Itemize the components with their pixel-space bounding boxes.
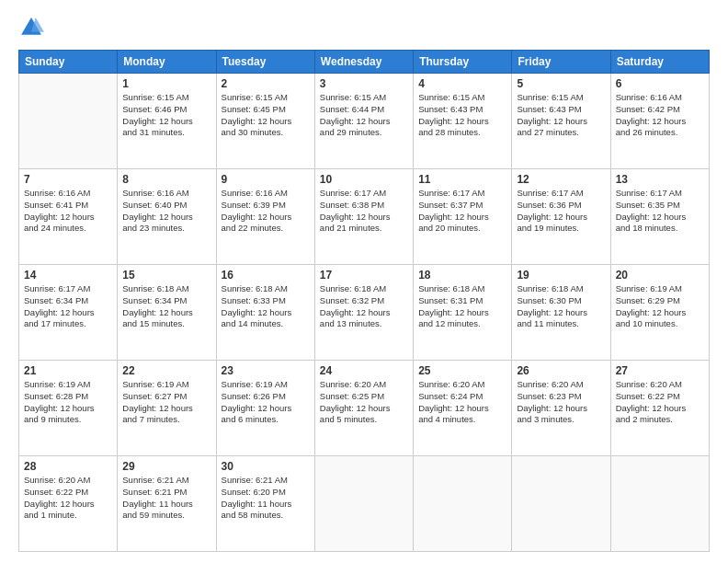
day-info: Sunrise: 6:17 AM Sunset: 6:37 PM Dayligh… [418,188,506,235]
day-number: 12 [517,173,605,186]
weekday-header-wednesday: Wednesday [314,51,413,74]
calendar-cell: 2Sunrise: 6:15 AM Sunset: 6:45 PM Daylig… [216,74,314,169]
calendar-cell [314,456,413,552]
day-number: 27 [616,364,704,377]
calendar-cell: 22Sunrise: 6:19 AM Sunset: 6:27 PM Dayli… [118,361,216,456]
calendar-cell: 25Sunrise: 6:20 AM Sunset: 6:24 PM Dayli… [414,361,512,456]
day-number: 11 [418,173,506,186]
weekday-header-friday: Friday [512,51,610,74]
day-number: 4 [418,77,506,90]
calendar-cell: 3Sunrise: 6:15 AM Sunset: 6:44 PM Daylig… [314,74,413,169]
calendar-week-5: 28Sunrise: 6:20 AM Sunset: 6:22 PM Dayli… [19,456,710,552]
calendar-cell: 23Sunrise: 6:19 AM Sunset: 6:26 PM Dayli… [216,361,314,456]
calendar-cell: 29Sunrise: 6:21 AM Sunset: 6:21 PM Dayli… [118,456,216,552]
day-info: Sunrise: 6:21 AM Sunset: 6:21 PM Dayligh… [122,475,210,522]
day-number: 6 [616,77,704,90]
calendar-week-4: 21Sunrise: 6:19 AM Sunset: 6:28 PM Dayli… [19,361,710,456]
calendar-cell: 20Sunrise: 6:19 AM Sunset: 6:29 PM Dayli… [610,265,709,361]
day-number: 26 [517,364,605,377]
day-info: Sunrise: 6:18 AM Sunset: 6:34 PM Dayligh… [122,283,210,330]
day-info: Sunrise: 6:17 AM Sunset: 6:35 PM Dayligh… [616,188,704,235]
day-info: Sunrise: 6:15 AM Sunset: 6:44 PM Dayligh… [320,92,408,139]
calendar-cell: 28Sunrise: 6:20 AM Sunset: 6:22 PM Dayli… [19,456,118,552]
day-number: 23 [222,364,310,377]
day-info: Sunrise: 6:21 AM Sunset: 6:20 PM Dayligh… [222,475,310,522]
day-number: 1 [122,77,210,90]
day-info: Sunrise: 6:15 AM Sunset: 6:46 PM Dayligh… [122,92,210,139]
calendar-cell: 19Sunrise: 6:18 AM Sunset: 6:30 PM Dayli… [512,265,610,361]
day-info: Sunrise: 6:20 AM Sunset: 6:24 PM Dayligh… [418,379,506,426]
day-info: Sunrise: 6:20 AM Sunset: 6:25 PM Dayligh… [320,379,408,426]
header [18,15,710,40]
day-number: 20 [616,269,704,282]
day-number: 8 [122,173,210,186]
logo-icon [18,15,44,40]
calendar-cell: 21Sunrise: 6:19 AM Sunset: 6:28 PM Dayli… [19,361,118,456]
day-number: 5 [517,77,605,90]
calendar-cell: 6Sunrise: 6:16 AM Sunset: 6:42 PM Daylig… [610,74,709,169]
day-info: Sunrise: 6:17 AM Sunset: 6:36 PM Dayligh… [517,188,605,235]
calendar-cell: 9Sunrise: 6:16 AM Sunset: 6:39 PM Daylig… [216,169,314,265]
calendar-cell: 8Sunrise: 6:16 AM Sunset: 6:40 PM Daylig… [118,169,216,265]
weekday-header-thursday: Thursday [414,51,512,74]
day-info: Sunrise: 6:20 AM Sunset: 6:22 PM Dayligh… [24,475,112,522]
day-number: 13 [616,173,704,186]
calendar-cell: 30Sunrise: 6:21 AM Sunset: 6:20 PM Dayli… [216,456,314,552]
calendar-table: SundayMondayTuesdayWednesdayThursdayFrid… [18,50,710,552]
day-info: Sunrise: 6:16 AM Sunset: 6:40 PM Dayligh… [122,188,210,235]
weekday-header-monday: Monday [118,51,216,74]
calendar-week-1: 1Sunrise: 6:15 AM Sunset: 6:46 PM Daylig… [19,74,710,169]
day-number: 14 [24,269,112,282]
day-number: 3 [320,77,408,90]
day-number: 16 [222,269,310,282]
weekday-header-tuesday: Tuesday [216,51,314,74]
calendar-cell: 4Sunrise: 6:15 AM Sunset: 6:43 PM Daylig… [414,74,512,169]
day-info: Sunrise: 6:20 AM Sunset: 6:23 PM Dayligh… [517,379,605,426]
day-number: 2 [222,77,310,90]
calendar-week-2: 7Sunrise: 6:16 AM Sunset: 6:41 PM Daylig… [19,169,710,265]
day-info: Sunrise: 6:19 AM Sunset: 6:27 PM Dayligh… [122,379,210,426]
day-number: 21 [24,364,112,377]
day-info: Sunrise: 6:18 AM Sunset: 6:33 PM Dayligh… [222,283,310,330]
calendar-cell: 13Sunrise: 6:17 AM Sunset: 6:35 PM Dayli… [610,169,709,265]
calendar-cell: 14Sunrise: 6:17 AM Sunset: 6:34 PM Dayli… [19,265,118,361]
calendar-cell: 16Sunrise: 6:18 AM Sunset: 6:33 PM Dayli… [216,265,314,361]
day-info: Sunrise: 6:16 AM Sunset: 6:39 PM Dayligh… [222,188,310,235]
day-info: Sunrise: 6:18 AM Sunset: 6:31 PM Dayligh… [418,283,506,330]
calendar-cell: 18Sunrise: 6:18 AM Sunset: 6:31 PM Dayli… [414,265,512,361]
calendar-cell: 1Sunrise: 6:15 AM Sunset: 6:46 PM Daylig… [118,74,216,169]
calendar-week-3: 14Sunrise: 6:17 AM Sunset: 6:34 PM Dayli… [19,265,710,361]
day-info: Sunrise: 6:19 AM Sunset: 6:29 PM Dayligh… [616,283,704,330]
day-number: 28 [24,460,112,473]
day-number: 17 [320,269,408,282]
calendar-cell [19,74,118,169]
day-info: Sunrise: 6:16 AM Sunset: 6:41 PM Dayligh… [24,188,112,235]
day-number: 10 [320,173,408,186]
calendar-cell: 24Sunrise: 6:20 AM Sunset: 6:25 PM Dayli… [314,361,413,456]
logo [18,15,48,40]
calendar-cell: 17Sunrise: 6:18 AM Sunset: 6:32 PM Dayli… [314,265,413,361]
day-number: 25 [418,364,506,377]
day-info: Sunrise: 6:15 AM Sunset: 6:43 PM Dayligh… [418,92,506,139]
day-info: Sunrise: 6:20 AM Sunset: 6:22 PM Dayligh… [616,379,704,426]
day-info: Sunrise: 6:17 AM Sunset: 6:34 PM Dayligh… [24,283,112,330]
calendar-cell [414,456,512,552]
day-number: 18 [418,269,506,282]
calendar-cell: 7Sunrise: 6:16 AM Sunset: 6:41 PM Daylig… [19,169,118,265]
day-info: Sunrise: 6:19 AM Sunset: 6:26 PM Dayligh… [222,379,310,426]
day-number: 9 [222,173,310,186]
calendar-cell: 27Sunrise: 6:20 AM Sunset: 6:22 PM Dayli… [610,361,709,456]
weekday-header-saturday: Saturday [610,51,709,74]
day-info: Sunrise: 6:17 AM Sunset: 6:38 PM Dayligh… [320,188,408,235]
day-number: 7 [24,173,112,186]
calendar-cell: 10Sunrise: 6:17 AM Sunset: 6:38 PM Dayli… [314,169,413,265]
day-info: Sunrise: 6:18 AM Sunset: 6:30 PM Dayligh… [517,283,605,330]
calendar-cell: 12Sunrise: 6:17 AM Sunset: 6:36 PM Dayli… [512,169,610,265]
day-number: 30 [222,460,310,473]
calendar-cell: 26Sunrise: 6:20 AM Sunset: 6:23 PM Dayli… [512,361,610,456]
weekday-header-sunday: Sunday [19,51,118,74]
day-info: Sunrise: 6:16 AM Sunset: 6:42 PM Dayligh… [616,92,704,139]
page: SundayMondayTuesdayWednesdayThursdayFrid… [0,0,728,563]
day-info: Sunrise: 6:15 AM Sunset: 6:45 PM Dayligh… [222,92,310,139]
day-number: 15 [122,269,210,282]
